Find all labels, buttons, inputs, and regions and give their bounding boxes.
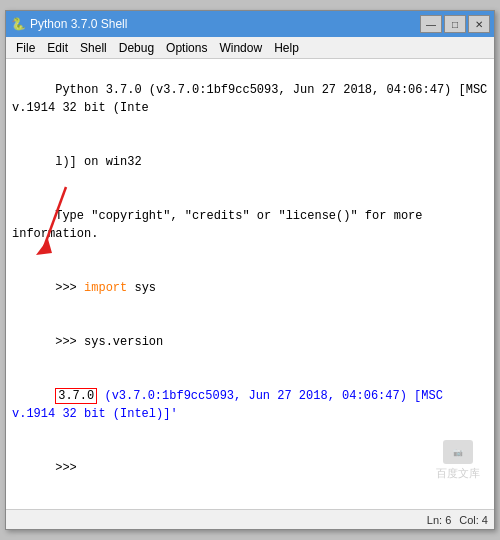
status-col: Col: 4 [459, 514, 488, 526]
shell-line-sysversion: >>> sys.version [12, 315, 488, 369]
window-title: Python 3.7.0 Shell [30, 17, 127, 31]
version-highlight: 3.7.0 [55, 388, 97, 404]
shell-output-line: 3.7.0 (v3.7.0:1bf9cc5093, Jun 27 2018, 0… [12, 369, 488, 441]
title-buttons: — □ ✕ [420, 15, 490, 33]
watermark-icon: 📷 [443, 440, 473, 464]
menu-help[interactable]: Help [268, 39, 305, 57]
close-button[interactable]: ✕ [468, 15, 490, 33]
status-ln: Ln: 6 [427, 514, 451, 526]
menu-edit[interactable]: Edit [41, 39, 74, 57]
shell-line-1: Python 3.7.0 (v3.7.0:1bf9cc5093, Jun 27 … [12, 63, 488, 135]
menu-options[interactable]: Options [160, 39, 213, 57]
menu-shell[interactable]: Shell [74, 39, 113, 57]
shell-content[interactable]: Python 3.7.0 (v3.7.0:1bf9cc5093, Jun 27 … [6, 59, 494, 509]
minimize-button[interactable]: — [420, 15, 442, 33]
menu-file[interactable]: File [10, 39, 41, 57]
status-bar: Ln: 6 Col: 4 [6, 509, 494, 529]
shell-prompt-final: >>> [12, 441, 488, 495]
shell-line-2: Type "copyright", "credits" or "license(… [12, 189, 488, 261]
title-bar-left: 🐍 Python 3.7.0 Shell [10, 16, 127, 32]
maximize-button[interactable]: □ [444, 15, 466, 33]
watermark-text: 百度文库 [436, 466, 480, 481]
shell-line-import: >>> import sys [12, 261, 488, 315]
python-icon: 🐍 [10, 16, 26, 32]
menu-debug[interactable]: Debug [113, 39, 160, 57]
menu-window[interactable]: Window [213, 39, 268, 57]
python-shell-window: 🐍 Python 3.7.0 Shell — □ ✕ File Edit She… [5, 10, 495, 530]
title-bar: 🐍 Python 3.7.0 Shell — □ ✕ [6, 11, 494, 37]
watermark: 📷 百度文库 [436, 440, 480, 481]
menu-bar: File Edit Shell Debug Options Window Hel… [6, 37, 494, 59]
shell-line-1b: l)] on win32 [12, 135, 488, 189]
